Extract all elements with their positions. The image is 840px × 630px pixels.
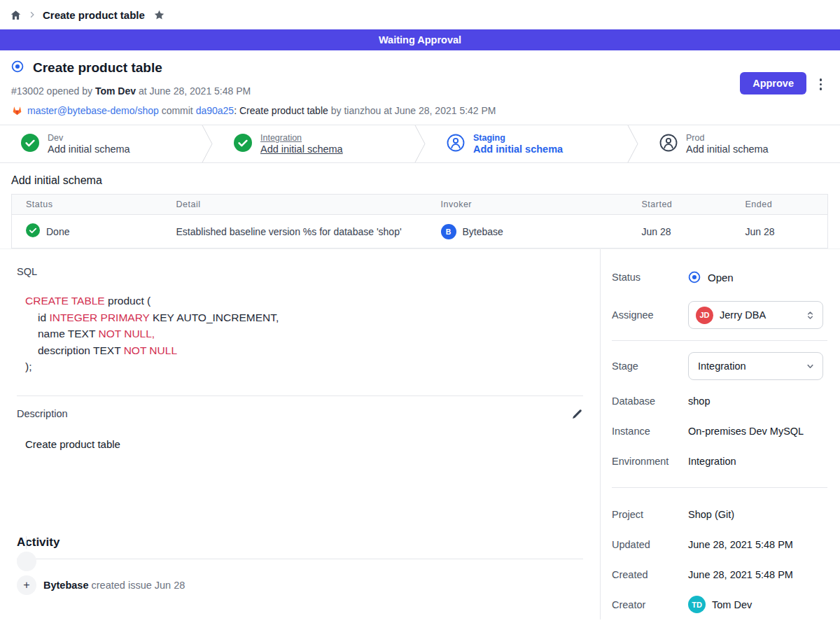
activity-entry: + Bytebase created issue Jun 28	[17, 575, 583, 595]
creator-row: Creator TD Tom Dev	[612, 589, 827, 620]
project-row: Project Shop (Git)	[612, 499, 827, 529]
status-value: Open	[708, 272, 734, 284]
done-check-icon	[26, 223, 40, 239]
activity-divider	[17, 559, 583, 559]
plus-icon: +	[17, 575, 36, 595]
instance-value: On-premises Dev MySQL	[688, 426, 804, 437]
stage-row: Stage Integration	[612, 352, 827, 380]
environment-row: Environment Integration	[612, 446, 827, 476]
database-value: shop	[688, 396, 710, 407]
home-icon[interactable]	[10, 9, 22, 21]
task-section-title: Add initial schema	[11, 174, 828, 187]
pipeline: DevAdd initial schema IntegrationAdd ini…	[0, 125, 840, 163]
updated-value: June 28, 2021 5:48 PM	[688, 539, 793, 550]
content-area: SQL CREATE TABLE product (id INTEGER PRI…	[0, 248, 840, 620]
assignee-value: Jerry DBA	[720, 309, 799, 321]
sidebar-divider	[612, 487, 827, 488]
stage-staging[interactable]: StagingAdd initial schema	[426, 125, 627, 162]
stage-value: Integration	[696, 360, 799, 372]
bookmark-star-icon[interactable]	[153, 9, 165, 21]
issue-meta: #13002 opened by Tom Dev at June 28, 202…	[11, 85, 823, 97]
activity-action: created issue Jun 28	[92, 580, 186, 591]
database-row: Database shop	[612, 386, 827, 416]
stage-integration[interactable]: IntegrationAdd initial schema	[213, 125, 414, 162]
breadcrumb: Create product table	[0, 0, 840, 29]
environment-value: Integration	[688, 456, 736, 467]
updated-row: Updated June 28, 2021 5:48 PM	[612, 529, 827, 559]
assignee-label: Assignee	[612, 309, 688, 321]
person-circle-icon	[659, 134, 678, 155]
breadcrumb-title: Create product table	[43, 9, 145, 21]
edit-pencil-icon[interactable]	[571, 408, 583, 420]
person-circle-icon	[447, 134, 465, 155]
timeline-next-node	[17, 552, 36, 571]
creator-value: Tom Dev	[712, 599, 752, 610]
task-detail: Established baseline version %s for data…	[162, 215, 427, 248]
issue-header: Create product table #13002 opened by To…	[0, 50, 840, 125]
issue-author: Tom Dev	[95, 85, 136, 97]
approve-button[interactable]: Approve	[740, 72, 806, 94]
bytebase-issue-page: Create product table Waiting Approval Cr…	[0, 0, 840, 630]
status-label: Status	[612, 272, 688, 283]
task-table-header: Status Detail Invoker Started Ended	[12, 195, 828, 215]
issue-title: Create product table	[33, 60, 162, 76]
stage-select[interactable]: Integration	[688, 352, 823, 380]
activity-actor: Bytebase	[43, 580, 88, 591]
assignee-row: Assignee JD Jerry DBA	[612, 301, 827, 329]
created-value: June 28, 2021 5:48 PM	[688, 569, 793, 580]
description-text: Create product table	[25, 438, 583, 450]
sidebar-divider	[612, 340, 827, 341]
stage-separator	[202, 125, 213, 162]
gitlab-icon	[11, 105, 23, 116]
issue-sidebar: Status Open Assignee JD Jerry DBA	[600, 249, 840, 620]
task-ended: Jun 28	[732, 215, 828, 248]
stage-separator	[627, 125, 638, 162]
task-status: Done	[46, 226, 69, 237]
commit-by: by tianzhou at June 28, 2021 5:42 PM	[331, 105, 496, 116]
chevron-down-icon	[805, 361, 816, 372]
check-circle-icon	[234, 134, 252, 155]
invoker-avatar: B	[441, 224, 456, 239]
kebab-menu-icon[interactable]	[817, 76, 825, 93]
main-panel: SQL CREATE TABLE product (id INTEGER PRI…	[0, 249, 600, 620]
task-table: Status Detail Invoker Started Ended Done…	[11, 194, 828, 248]
activity-title: Activity	[17, 536, 583, 550]
project-value[interactable]: Shop (Git)	[688, 509, 734, 520]
issue-open-icon	[11, 60, 24, 76]
task-invoker: Bytebase	[463, 226, 503, 237]
chevron-right-icon	[29, 9, 36, 20]
selector-icon	[805, 310, 816, 321]
stage-prod[interactable]: ProdAdd initial schema	[638, 125, 840, 162]
creator-avatar: TD	[688, 596, 706, 613]
description-label: Description	[17, 408, 68, 419]
stage-separator	[414, 125, 426, 162]
commit-line: master@bytebase-demo/shop commit da90a25…	[11, 105, 823, 116]
instance-row: Instance On-premises Dev MySQL	[612, 416, 827, 446]
commit-message: : Create product table	[234, 105, 328, 116]
status-row: Status Open	[612, 263, 827, 291]
section-divider	[17, 396, 583, 396]
assignee-select[interactable]: JD Jerry DBA	[688, 301, 823, 329]
stage-dev[interactable]: DevAdd initial schema	[0, 125, 202, 162]
commit-hash-link[interactable]: da90a25	[196, 105, 234, 116]
commit-branch-link[interactable]: master@bytebase-demo/shop	[27, 105, 159, 116]
task-section: Add initial schema Status Detail Invoker…	[0, 163, 840, 248]
assignee-avatar: JD	[696, 307, 713, 324]
open-radio-icon	[688, 271, 701, 284]
task-table-row[interactable]: Done Established baseline version %s for…	[12, 215, 828, 248]
timeline-connector	[26, 536, 27, 549]
check-circle-icon	[21, 134, 39, 155]
status-banner: Waiting Approval	[0, 29, 840, 50]
created-row: Created June 28, 2021 5:48 PM	[612, 559, 827, 589]
sql-code: CREATE TABLE product (id INTEGER PRIMARY…	[25, 293, 583, 375]
task-started: Jun 28	[628, 215, 732, 248]
stage-label: Stage	[612, 360, 688, 372]
sql-label: SQL	[17, 266, 583, 277]
